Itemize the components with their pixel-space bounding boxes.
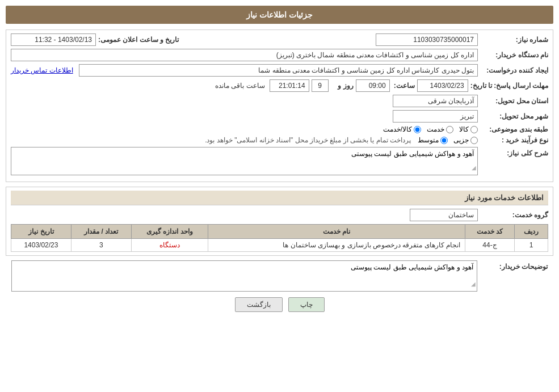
khadamat-table: ردیف کد خدمت نام خدمت واحد اندازه گیری ت… (11, 224, 548, 252)
page-title: جزئیات اطلاعات نیاز (246, 10, 313, 19)
mohlat-label: مهلت ارسال پاسخ: تا تاریخ: (470, 82, 548, 90)
cell-nam: انجام کارهای متفرقه درخصوص بازسازی و بهس… (208, 239, 465, 252)
khadamat-section: اطلاعات خدمات مورد نیاز گروه خدمت: ساختم… (6, 187, 553, 256)
row-grohe-khadamat: گروه خدمت: ساختمان (11, 209, 548, 221)
row-sharh: شرح کلی نیاز: آهود و هواکش شیمیایی طبق ل… (11, 147, 548, 175)
cell-tedad: 3 (71, 239, 131, 252)
radio-mottasat-item: متوسط (418, 136, 448, 144)
radio-khadamat-item: خدمت (427, 125, 453, 133)
tozihat-box: آهود و هواکش شیمیایی طبق لیست پیوستی ◢ (11, 260, 477, 292)
tarikh-label: تاریخ و ساعت اعلان عمومی: (98, 36, 179, 44)
radio-kala-label: کالا (459, 125, 469, 133)
table-header-row: ردیف کد خدمت نام خدمت واحد اندازه گیری ت… (11, 225, 548, 239)
cell-kod: ج-44 (465, 239, 514, 252)
row-shahr: شهر محل تحویل: تبریز (11, 110, 548, 123)
page-wrapper: جزئیات اطلاعات نیاز شماره نیاز: 11030307… (0, 0, 559, 392)
row-tabaghebandi: طبقه بندی موضوعی: کالا خدمت کالا/خدمت (11, 125, 548, 133)
tabaghebandi-label: طبقه بندی موضوعی: (480, 125, 548, 133)
chap-button[interactable]: چاپ (288, 297, 325, 312)
button-row: چاپ بازگشت (6, 297, 553, 312)
radio-mottasat-label: متوسط (418, 136, 439, 144)
page-header: جزئیات اطلاعات نیاز (6, 6, 553, 24)
row-namdastgah: نام دستگاه خریدار: اداره کل زمین شناسی و… (11, 49, 548, 61)
shomare-value: 1103030735000017 (376, 33, 478, 46)
sharh-label: شرح کلی نیاز: (480, 149, 548, 157)
ostan-value: آذربایجان شرقی (393, 95, 478, 107)
sharh-value: آهود و هواکش شیمیایی طبق لیست پیوستی (351, 150, 474, 158)
main-info-section: شماره نیاز: 1103030735000017 تاریخ و ساع… (6, 29, 553, 182)
col-nam: نام خدمت (208, 225, 465, 239)
resize-handle2: ◢ (466, 281, 476, 290)
cell-radif: 1 (514, 239, 548, 252)
ijadkonande-value: بتول حیدری کارشناس اداره کل زمین شناسی و… (79, 64, 478, 77)
tozihat-value: آهود و هواکش شیمیایی طبق لیست پیوستی (351, 263, 473, 271)
mohlat-roz-label: روز و (331, 82, 354, 90)
grohe-khadamat-label: گروه خدمت: (480, 211, 548, 219)
cell-tarikh: 1403/02/23 (11, 239, 72, 252)
nave-farayand-desc: پرداخت تمام یا بخشی از مبلغ خریداز محل "… (205, 136, 411, 144)
nave-farayand-radios: جزیی متوسط (418, 136, 478, 144)
mohlat-saat-label: ساعت: (392, 82, 415, 90)
mohlat-date: 1403/02/23 (417, 79, 468, 92)
mohlat-saat: 09:00 (356, 79, 390, 92)
col-kod: کد خدمت (465, 225, 514, 239)
mohlat-baqi: 21:01:14 (270, 79, 309, 92)
row-ijadkonande: ایجاد کننده درخواست: بتول حیدری کارشناس … (11, 64, 548, 77)
khadamat-section-title: اطلاعات خدمات مورد نیاز (11, 191, 548, 205)
row-tozihat: توضیحات خریدار: آهود و هواکش شیمیایی طبق… (11, 260, 548, 292)
radio-jozvi-label: جزیی (453, 136, 469, 144)
sharh-box: آهود و هواکش شیمیایی طبق لیست پیوستی ◢ (11, 147, 478, 175)
namdastgah-value: اداره کل زمین شناسی و اکتشافات معدنی منط… (11, 49, 478, 61)
col-tarikh: تاریخ نیاز (11, 225, 72, 239)
tozihat-label: توضیحات خریدار: (480, 263, 548, 271)
ijadkonande-label: ایجاد کننده درخواست: (480, 66, 548, 74)
shahr-label: شهر محل تحویل: (480, 112, 548, 120)
namdastgah-label: نام دستگاه خریدار: (480, 51, 548, 59)
radio-kala-khadamat-item: کالا/خدمت (383, 125, 421, 133)
radio-mottasat[interactable] (440, 137, 448, 144)
grohe-khadamat-value: ساختمان (410, 209, 478, 221)
tamas-link[interactable]: اطلاعات تماس خریدار (11, 66, 73, 74)
radio-kala-khadamat[interactable] (414, 126, 421, 133)
nave-farayand-label: نوع فرآیند خرید : (480, 136, 548, 144)
radio-kala-khadamat-label: کالا/خدمت (383, 125, 412, 133)
shomare-label: شماره نیاز: (480, 36, 548, 44)
tarikh-value: 1403/02/13 - 11:32 (11, 33, 96, 46)
col-radif: ردیف (514, 225, 548, 239)
row-shomare: شماره نیاز: 1103030735000017 تاریخ و ساع… (11, 33, 548, 46)
table-row: 1 ج-44 انجام کارهای متفرقه درخصوص بازساز… (11, 239, 548, 252)
col-vahed: واحد اندازه گیری (131, 225, 208, 239)
ostan-label: استان محل تحویل: (480, 97, 548, 105)
row-ostan: استان محل تحویل: آذربایجان شرقی (11, 95, 548, 107)
radio-khadamat[interactable] (446, 126, 453, 133)
radio-khadamat-label: خدمت (427, 125, 444, 133)
tabaghebandi-radios: کالا خدمت کالا/خدمت (383, 125, 478, 133)
mohlat-roz: 9 (312, 79, 329, 92)
radio-jozvi-item: جزیی (453, 136, 478, 144)
row-nave-farayand: نوع فرآیند خرید : جزیی متوسط پرداخت تمام… (11, 136, 548, 144)
bazgasht-button[interactable]: بازگشت (235, 297, 283, 312)
radio-kala[interactable] (470, 126, 478, 133)
row-mohlat: مهلت ارسال پاسخ: تا تاریخ: 1403/02/23 سا… (11, 79, 548, 92)
radio-jozvi[interactable] (470, 137, 478, 144)
shahr-value: تبریز (393, 110, 478, 123)
col-tedad: تعداد / مقدار (71, 225, 131, 239)
cell-vahed: دستگاه (131, 239, 208, 252)
mohlat-baqi-label: ساعت باقی مانده (215, 82, 265, 90)
resize-handle: ◢ (467, 165, 476, 174)
radio-kala-item: کالا (459, 125, 478, 133)
